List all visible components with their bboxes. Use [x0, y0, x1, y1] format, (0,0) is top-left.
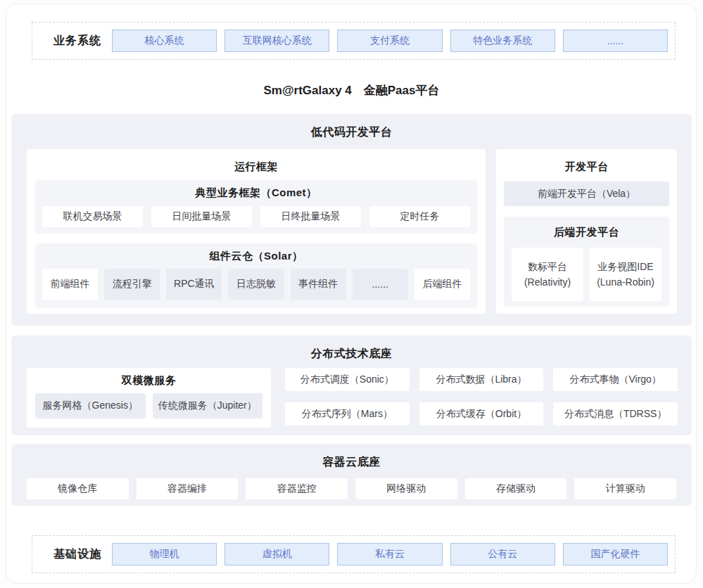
dual-mode-row: 服务网格（Genesis） 传统微服务（Jupiter） — [27, 388, 271, 418]
solar-components-row: 前端组件 流程引擎 RPC通讯 日志脱敏 事件组件 ...... 后端组件 — [35, 263, 477, 300]
runtime-framework-title: 运行框架 — [27, 149, 486, 174]
node-scheduled-task: 定时任务 — [369, 206, 470, 227]
container-cloud-title: 容器云底座 — [11, 444, 692, 470]
node-container-orchestration: 容器编排 — [137, 478, 239, 499]
node-service-mesh-genesis: 服务网格（Genesis） — [35, 393, 146, 418]
node-storage-driver: 存储驱动 — [465, 478, 567, 499]
node-frontend-dev-platform-vela: 前端开发平台（Vela） — [504, 181, 669, 206]
node-network-driver: 网络驱动 — [355, 478, 457, 499]
node-physical-machine: 物理机 — [112, 543, 217, 565]
node-process-engine: 流程引擎 — [104, 269, 160, 300]
dev-platform-card: 开发平台 前端开发平台（Vela） 后端开发平台 数标平台 (Relativit… — [496, 149, 677, 314]
solar-component-title: 组件云仓（Solar） — [35, 243, 477, 263]
node-distributed-transaction-virgo: 分布式事物（Virgo） — [553, 368, 678, 391]
node-virtual-machine: 虚拟机 — [224, 543, 329, 565]
node-log-masking: 日志脱敏 — [228, 269, 284, 300]
node-distributed-sequence-mars: 分布式序列（Mars） — [285, 402, 410, 426]
node-distributed-data-libra: 分布式数据（Libra） — [419, 368, 544, 391]
dev-platform-title: 开发平台 — [496, 149, 677, 174]
container-cloud-row: 镜像仓库 容器编排 容器监控 网络驱动 存储驱动 计算驱动 — [11, 470, 692, 499]
backend-dev-platform-title: 后端开发平台 — [504, 217, 669, 239]
node-distributed-cache-orbit: 分布式缓存（Orbit） — [419, 402, 544, 426]
node-label-line2: (Luna-Robin) — [597, 274, 654, 290]
node-online-transaction-scenario: 联机交易场景 — [42, 206, 143, 227]
node-intraday-batch-scenario: 日间批量场景 — [151, 206, 252, 227]
business-systems-label: 业务系统 — [53, 34, 104, 49]
node-private-cloud: 私有云 — [337, 543, 442, 565]
runtime-framework-card: 运行框架 典型业务框架（Comet） 联机交易场景 日间批量场景 日终批量场景 … — [27, 149, 486, 314]
node-frontend-component: 前端组件 — [42, 269, 98, 300]
node-internet-core-system: 互联网核心系统 — [224, 30, 329, 52]
node-business-view-ide-luna-robin: 业务视图IDE (Luna-Robin) — [590, 248, 661, 301]
node-public-cloud: 公有云 — [450, 543, 555, 565]
node-more-components: ...... — [353, 269, 408, 300]
node-compute-driver: 计算驱动 — [574, 478, 676, 499]
node-data-standard-platform-relativity: 数标平台 (Relativity) — [512, 248, 583, 301]
container-cloud-section: 容器云底座 镜像仓库 容器编排 容器监控 网络驱动 存储驱动 计算驱动 — [11, 444, 692, 506]
infrastructure-row: 基础设施 物理机 虚拟机 私有云 公有云 国产化硬件 — [32, 535, 676, 573]
node-label-line2: (Relativity) — [524, 274, 571, 290]
comet-framework-title: 典型业务框架（Comet） — [35, 180, 477, 200]
node-domestic-hardware: 国产化硬件 — [563, 543, 668, 565]
paas-architecture-diagram: 业务系统 核心系统 互联网核心系统 支付系统 特色业务系统 ...... Sm@… — [0, 0, 703, 588]
comet-scenarios-row: 联机交易场景 日间批量场景 日终批量场景 定时任务 — [35, 200, 477, 227]
distributed-base-section: 分布式技术底座 双模微服务 服务网格（Genesis） 传统微服务（Jupite… — [11, 335, 692, 435]
node-image-registry: 镜像仓库 — [27, 478, 129, 499]
node-rpc-communication: RPC通讯 — [166, 269, 222, 300]
node-payment-system: 支付系统 — [337, 30, 442, 52]
dual-mode-microservice-title: 双模微服务 — [27, 368, 271, 388]
node-label-line1: 数标平台 — [528, 259, 567, 274]
page-title: Sm@rtGalaxy 4 金融Paas平台 — [0, 82, 703, 98]
node-distributed-scheduling-sonic: 分布式调度（Sonic） — [285, 368, 410, 391]
node-backend-component: 后端组件 — [414, 269, 470, 300]
node-distributed-message-tdrss: 分布式消息（TDRSS） — [553, 402, 678, 426]
node-label-line1: 业务视图IDE — [597, 259, 653, 274]
node-traditional-microservice-jupiter: 传统微服务（Jupiter） — [153, 393, 263, 418]
node-core-system: 核心系统 — [112, 30, 217, 52]
solar-component-subcard: 组件云仓（Solar） 前端组件 流程引擎 RPC通讯 日志脱敏 事件组件 ..… — [35, 243, 477, 308]
node-special-business-system: 特色业务系统 — [450, 30, 555, 52]
node-more-systems: ...... — [563, 30, 668, 52]
lowcode-platform-title: 低代码开发平台 — [11, 114, 692, 140]
lowcode-platform-section: 低代码开发平台 运行框架 典型业务框架（Comet） 联机交易场景 日间批量场景… — [11, 114, 692, 326]
backend-tools-row: 数标平台 (Relativity) 业务视图IDE (Luna-Robin) — [512, 248, 661, 301]
distributed-services-grid: 分布式调度（Sonic） 分布式数据（Libra） 分布式事物（Virgo） 分… — [285, 368, 678, 426]
comet-framework-subcard: 典型业务框架（Comet） 联机交易场景 日间批量场景 日终批量场景 定时任务 — [35, 180, 477, 234]
business-systems-row: 业务系统 核心系统 互联网核心系统 支付系统 特色业务系统 ...... — [32, 22, 676, 60]
backend-dev-platform-subcard: 后端开发平台 数标平台 (Relativity) 业务视图IDE (Luna-R… — [504, 217, 669, 307]
node-container-monitoring: 容器监控 — [246, 478, 348, 499]
node-end-of-day-batch-scenario: 日终批量场景 — [260, 206, 361, 227]
distributed-base-title: 分布式技术底座 — [11, 335, 692, 362]
infrastructure-label: 基础设施 — [53, 547, 104, 562]
node-event-component: 事件组件 — [291, 269, 346, 300]
dual-mode-microservice-card: 双模微服务 服务网格（Genesis） 传统微服务（Jupiter） — [27, 368, 271, 428]
